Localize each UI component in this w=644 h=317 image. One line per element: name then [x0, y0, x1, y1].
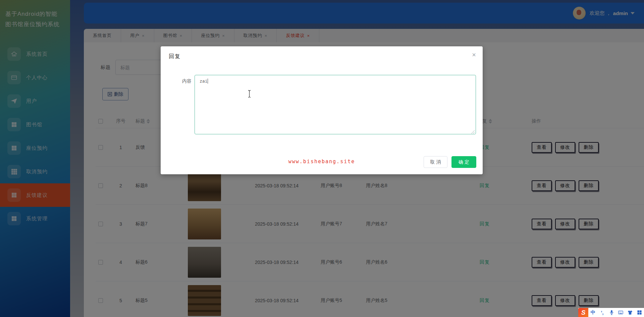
mouse-ibeam-cursor: [247, 90, 252, 99]
text-caret: [208, 79, 208, 84]
content-label: 内容: [182, 78, 193, 84]
skin-icon[interactable]: [626, 310, 635, 315]
content-textarea-wrap: zai: [195, 75, 476, 134]
content-textarea[interactable]: zai: [195, 75, 476, 134]
dialog-title: 回复: [169, 53, 181, 60]
microphone-icon[interactable]: [607, 310, 616, 315]
reply-dialog: 回复 × 内容 zai www.bishebang.site 取 消 确 定: [161, 46, 483, 174]
cancel-button[interactable]: 取 消: [424, 156, 447, 168]
close-icon[interactable]: ×: [472, 51, 476, 59]
toolbox-grid-icon[interactable]: [635, 310, 644, 315]
confirm-button[interactable]: 确 定: [451, 156, 476, 168]
ime-mode-toggle[interactable]: 中: [588, 310, 598, 316]
resize-handle-icon[interactable]: [471, 129, 475, 133]
ime-toolbar: S 中 ’,: [578, 308, 644, 317]
keyboard-icon[interactable]: [616, 310, 626, 315]
sogou-logo-icon[interactable]: S: [578, 308, 588, 317]
ime-punctuation-toggle[interactable]: ’,: [598, 310, 607, 315]
app-root: 基于Android的智能 图书馆座位预约系统 系统首页 个人中心 用户 图书馆 …: [0, 0, 644, 317]
